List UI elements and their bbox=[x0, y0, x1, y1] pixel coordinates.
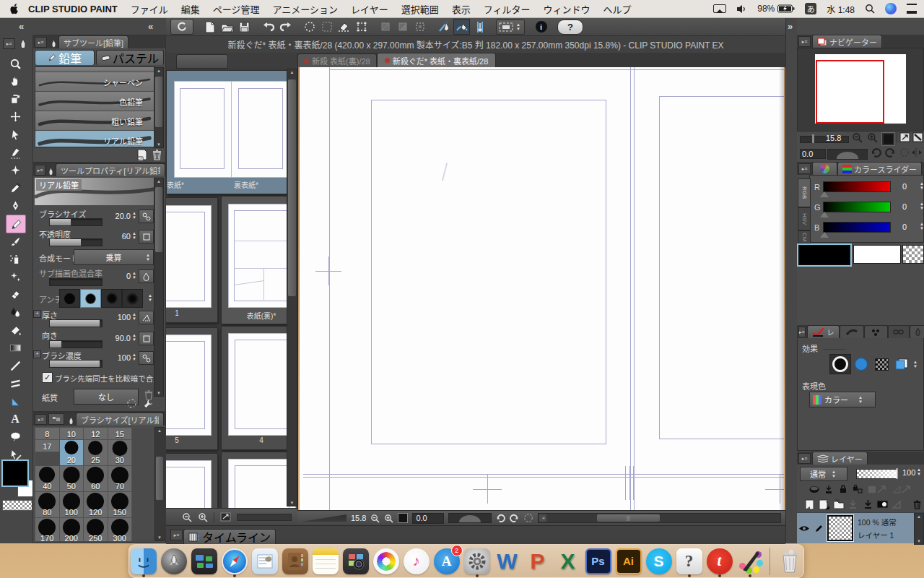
canvas-hscrollbar[interactable]: ◂ ||| bbox=[538, 513, 781, 523]
antialias-stepper[interactable] bbox=[147, 293, 154, 302]
nav-rotation-slider[interactable] bbox=[827, 149, 868, 160]
battery-status[interactable]: 98% bbox=[757, 4, 795, 14]
brush-size-view-icon[interactable] bbox=[48, 413, 64, 425]
layer-scrollbar[interactable]: ▲▼ bbox=[914, 513, 924, 545]
brush-size-menu-icon[interactable] bbox=[35, 414, 47, 425]
menu-編集[interactable]: 編集 bbox=[175, 2, 206, 16]
direction-value[interactable]: 90.0 bbox=[116, 334, 131, 342]
new-folder-icon[interactable] bbox=[832, 498, 845, 511]
effect-paper-icon[interactable] bbox=[892, 355, 912, 374]
blue-stepper[interactable] bbox=[918, 222, 924, 230]
layer-property-menu-icon[interactable] bbox=[798, 327, 806, 337]
new-file-button[interactable] bbox=[202, 20, 217, 34]
direction-stepper[interactable] bbox=[131, 333, 138, 342]
tool-figure-button[interactable] bbox=[6, 357, 25, 374]
sub-color-mix-dynamics-button[interactable] bbox=[139, 269, 154, 283]
dock-word[interactable]: W bbox=[494, 547, 521, 576]
dock-excel[interactable]: X bbox=[554, 547, 582, 576]
layer-blend-dropdown[interactable]: 通常 bbox=[800, 467, 847, 481]
page-thumb-row2-left[interactable]: 1 bbox=[166, 197, 218, 323]
antialias-weak-option[interactable] bbox=[80, 289, 101, 308]
brush-size-dynamics-button[interactable] bbox=[139, 210, 154, 223]
menu-app-name[interactable]: CLIP STUDIO PAINT bbox=[22, 4, 124, 14]
dock-system-preferences[interactable] bbox=[463, 547, 491, 576]
menu-ファイル[interactable]: ファイル bbox=[124, 2, 175, 16]
layer-visibility-icon[interactable] bbox=[797, 522, 811, 535]
blue-slider-thumb[interactable] bbox=[820, 232, 829, 238]
tool-eraser-button[interactable] bbox=[6, 286, 25, 303]
brush-size-80[interactable]: 80 bbox=[35, 492, 60, 518]
wrench-icon[interactable] bbox=[143, 398, 154, 409]
brush-size-8[interactable]: 8 bbox=[35, 428, 60, 440]
layer-thumbnail[interactable] bbox=[827, 515, 853, 541]
dock-photos[interactable] bbox=[372, 547, 400, 576]
page-zoom-out-icon[interactable] bbox=[182, 512, 192, 522]
notification-center-icon[interactable] bbox=[907, 4, 917, 14]
area-scale-selector[interactable] bbox=[496, 20, 525, 35]
brush-size-250[interactable]: 250 bbox=[84, 518, 108, 541]
nav-rotation-value[interactable]: 0.0 bbox=[800, 149, 826, 159]
menu-選択範囲[interactable]: 選択範囲 bbox=[395, 2, 445, 16]
save-button[interactable] bbox=[237, 20, 252, 34]
tool-fill-button[interactable] bbox=[6, 322, 25, 339]
blend-mode-dropdown[interactable]: 乗算 bbox=[74, 249, 154, 265]
snap-to-ruler-icon[interactable] bbox=[436, 20, 451, 34]
tool-selection-pen-button[interactable] bbox=[6, 144, 25, 161]
undo-button[interactable] bbox=[261, 20, 276, 34]
dock-notes[interactable] bbox=[312, 547, 339, 576]
tool-move-button[interactable] bbox=[6, 108, 25, 126]
canvas-zoom-slider[interactable] bbox=[302, 514, 346, 522]
dock-app-store[interactable]: A2 bbox=[433, 547, 461, 576]
layer-opacity-slider[interactable] bbox=[856, 469, 898, 479]
brush-size-20[interactable]: 20 bbox=[60, 440, 84, 466]
layer-row[interactable]: 100 % 通常 レイヤー 1 ▲▼ bbox=[797, 512, 924, 543]
volume-icon[interactable] bbox=[736, 4, 747, 14]
thickness-stepper[interactable] bbox=[131, 312, 138, 321]
thickness-slider[interactable] bbox=[49, 319, 103, 327]
dock-trend-micro[interactable]: t bbox=[706, 547, 733, 576]
dock-clip-studio[interactable]: ? bbox=[676, 547, 703, 576]
layer-property-tab[interactable]: レ bbox=[807, 325, 840, 338]
brush-size-100[interactable]: 100 bbox=[60, 492, 84, 518]
redo-button[interactable] bbox=[278, 20, 293, 34]
dock-itunes[interactable]: ♪ bbox=[403, 547, 430, 576]
stroke-tab[interactable] bbox=[840, 325, 864, 338]
blue-value[interactable]: 0 bbox=[902, 223, 907, 231]
tool-eyedropper-button[interactable] bbox=[6, 179, 25, 197]
red-stepper[interactable] bbox=[918, 181, 924, 190]
subtool-item-シャーペン[interactable]: シャーペン bbox=[35, 72, 154, 92]
dock-skype[interactable]: S bbox=[645, 547, 673, 576]
brush-size-25[interactable]: 25 bbox=[84, 440, 108, 466]
antialias-strong-option[interactable] bbox=[122, 289, 143, 308]
main-color-well[interactable] bbox=[798, 245, 850, 265]
collapse-toolbar-icon[interactable]: « bbox=[19, 21, 24, 32]
transparent-color-swatch[interactable] bbox=[2, 500, 32, 511]
thickness-expand-icon[interactable]: + bbox=[33, 310, 41, 318]
sub-color-mix-stepper[interactable] bbox=[131, 271, 138, 280]
layer-opacity-value[interactable]: 100 bbox=[902, 468, 915, 477]
menu-clock[interactable]: 水 1:48 bbox=[827, 3, 855, 15]
expand-right-panels-icon[interactable]: » bbox=[788, 21, 793, 32]
brush-size-150[interactable]: 150 bbox=[108, 492, 133, 518]
nav-rotate-left-icon[interactable] bbox=[871, 147, 881, 158]
blue-slider[interactable] bbox=[823, 222, 891, 233]
dock-finder[interactable] bbox=[130, 547, 157, 576]
dock-launchpad[interactable] bbox=[160, 547, 188, 576]
color-slider-tab[interactable]: カラースライダー bbox=[837, 162, 922, 175]
tool-object-button[interactable] bbox=[6, 126, 25, 143]
thickness-value[interactable]: 100 bbox=[118, 313, 131, 322]
menu-ウィンドウ[interactable]: ウィンドウ bbox=[536, 2, 596, 16]
brush-size-value[interactable]: 20.0 bbox=[116, 212, 131, 220]
color-model-tab-hsv[interactable]: HSV bbox=[798, 207, 811, 230]
clip-at-layer-icon[interactable] bbox=[821, 483, 836, 496]
opacity-value[interactable]: 60 bbox=[122, 232, 131, 241]
nav-rotate-right-icon[interactable] bbox=[885, 147, 896, 158]
dock-photo-booth[interactable] bbox=[342, 547, 370, 576]
canvas-zoom-value[interactable]: 15.8 bbox=[351, 514, 366, 522]
tool-property-panel-tab[interactable]: ツールプロパティ[リアル鉛筆] bbox=[56, 163, 165, 176]
dock-safari[interactable] bbox=[221, 547, 248, 576]
opacity-slider[interactable] bbox=[49, 238, 103, 246]
siri-icon[interactable] bbox=[885, 3, 897, 14]
dock-mail[interactable] bbox=[251, 547, 279, 576]
tool-property-scrollbar[interactable]: ▲▼ bbox=[154, 178, 164, 397]
